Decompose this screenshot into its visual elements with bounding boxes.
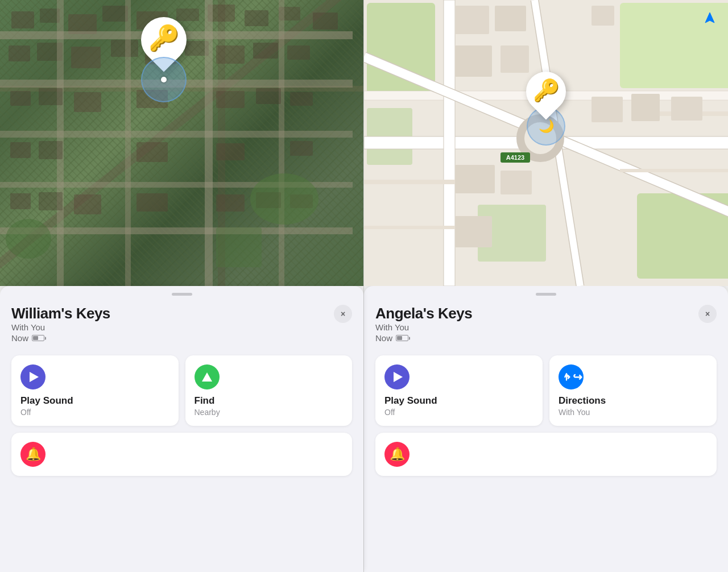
right-notify-card[interactable]: 🔔 xyxy=(375,433,717,476)
svg-rect-25 xyxy=(125,0,131,286)
left-action-grid: Play Sound Off Find Nearby xyxy=(11,355,352,426)
svg-rect-17 xyxy=(253,43,278,59)
left-time: Now xyxy=(11,333,28,343)
svg-rect-27 xyxy=(279,0,284,286)
right-battery-body xyxy=(396,335,408,341)
right-drag-handle xyxy=(536,293,556,296)
svg-rect-23 xyxy=(0,227,353,234)
svg-rect-16 xyxy=(216,45,245,64)
left-find-sublabel: Nearby xyxy=(195,408,344,417)
svg-rect-75 xyxy=(592,6,614,26)
right-play-sound-label: Play Sound xyxy=(384,395,533,407)
svg-rect-36 xyxy=(39,141,63,159)
right-map-pin: 🔑 🌙 xyxy=(526,72,566,146)
right-play-sound-icon-circle xyxy=(384,364,410,389)
left-find-icon-circle xyxy=(195,364,220,389)
left-sheet-title: William's Keys xyxy=(11,305,110,322)
right-bell-icon: 🔔 xyxy=(390,447,405,462)
svg-rect-21 xyxy=(0,131,353,138)
svg-rect-29 xyxy=(39,88,63,105)
left-sheet-subtitle: With You xyxy=(11,322,110,332)
left-find-label: Find xyxy=(195,395,344,407)
svg-rect-38 xyxy=(216,143,245,160)
svg-rect-41 xyxy=(39,192,63,210)
svg-rect-74 xyxy=(495,6,526,31)
svg-text:A4123: A4123 xyxy=(506,154,524,161)
right-play-sound-card[interactable]: Play Sound Off xyxy=(375,355,543,426)
left-sheet-header: William's Keys With You Now × xyxy=(11,305,352,352)
left-header-text: William's Keys With You Now xyxy=(11,305,110,352)
right-sheet-title: Angela's Keys xyxy=(375,305,472,322)
left-time-row: Now xyxy=(11,333,110,343)
svg-rect-44 xyxy=(216,194,245,212)
svg-rect-37 xyxy=(136,142,168,162)
right-directions-icon-circle: ↪ xyxy=(559,364,584,389)
svg-rect-76 xyxy=(455,45,492,77)
svg-rect-10 xyxy=(9,45,30,61)
left-find-nearby-card[interactable]: Find Nearby xyxy=(185,355,353,426)
svg-rect-83 xyxy=(671,97,702,121)
right-close-button[interactable]: × xyxy=(698,305,717,323)
right-directions-label: Directions xyxy=(559,395,708,407)
svg-rect-73 xyxy=(455,6,489,34)
right-notify-icon-circle: 🔔 xyxy=(384,442,410,467)
svg-rect-7 xyxy=(245,10,268,26)
svg-rect-35 xyxy=(10,142,31,158)
svg-rect-26 xyxy=(205,0,213,286)
svg-rect-80 xyxy=(455,216,492,247)
right-time: Now xyxy=(375,333,392,343)
svg-rect-28 xyxy=(10,91,31,106)
svg-rect-3 xyxy=(102,6,128,22)
svg-rect-79 xyxy=(500,171,532,194)
svg-rect-32 xyxy=(216,91,245,108)
svg-rect-34 xyxy=(290,92,313,106)
svg-rect-12 xyxy=(71,47,101,68)
bell-icon: 🔔 xyxy=(26,447,41,462)
right-directions-card[interactable]: ↪ Directions With You xyxy=(549,355,717,426)
svg-rect-39 xyxy=(290,141,313,156)
svg-rect-77 xyxy=(500,45,529,73)
right-battery-fill xyxy=(397,336,402,340)
left-pin-emoji: 🔑 xyxy=(148,26,179,51)
left-notify-icon-circle: 🔔 xyxy=(20,442,46,467)
up-arrow-icon xyxy=(202,372,212,382)
svg-rect-9 xyxy=(313,13,338,30)
svg-rect-49 xyxy=(216,227,262,267)
left-play-sound-icon-circle xyxy=(20,364,46,389)
left-drag-handle xyxy=(172,293,192,296)
svg-rect-2 xyxy=(68,14,97,34)
left-notify-card[interactable]: 🔔 xyxy=(11,433,352,476)
svg-rect-58 xyxy=(444,0,455,286)
svg-point-48 xyxy=(6,219,51,259)
svg-rect-42 xyxy=(74,194,101,214)
svg-point-47 xyxy=(250,173,318,225)
play-icon xyxy=(30,372,39,382)
right-pin-bubble: 🔑 xyxy=(518,63,574,119)
right-battery xyxy=(396,335,408,341)
svg-rect-81 xyxy=(592,97,623,122)
left-play-sound-card[interactable]: Play Sound Off xyxy=(11,355,179,426)
right-play-icon xyxy=(394,372,403,382)
moon-icon: 🌙 xyxy=(539,119,554,134)
right-pin-emoji: 🔑 xyxy=(533,80,560,101)
svg-rect-0 xyxy=(11,11,34,28)
left-close-button[interactable]: × xyxy=(334,305,352,323)
turn-arrow-symbol: ↪ xyxy=(573,370,582,384)
svg-rect-78 xyxy=(455,165,495,193)
location-arrow-button[interactable] xyxy=(701,9,719,27)
svg-rect-43 xyxy=(136,193,168,212)
left-play-sound-sublabel: Off xyxy=(20,408,169,417)
left-play-sound-label: Play Sound xyxy=(20,395,169,407)
left-location-dot xyxy=(161,77,167,82)
left-location-circle xyxy=(141,57,187,102)
svg-rect-13 xyxy=(111,40,138,57)
right-header-text: Angela's Keys With You Now xyxy=(375,305,472,352)
left-battery xyxy=(32,335,44,341)
battery-body xyxy=(32,335,44,341)
right-action-grid: Play Sound Off ↪ Directions With You xyxy=(375,355,717,426)
svg-rect-40 xyxy=(10,193,31,209)
battery-fill xyxy=(33,336,38,340)
left-panel: 🔑 William's Keys With You Now xyxy=(0,0,364,572)
svg-rect-30 xyxy=(74,92,101,112)
right-play-sound-sublabel: Off xyxy=(384,408,533,417)
